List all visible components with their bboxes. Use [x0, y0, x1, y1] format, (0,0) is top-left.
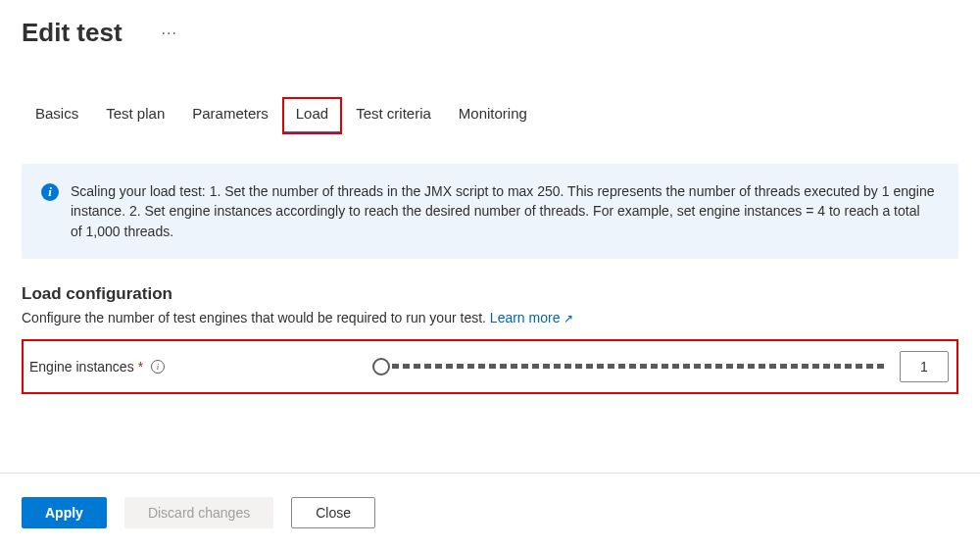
engine-instances-label: Engine instances * i [27, 359, 361, 375]
section-title: Load configuration [22, 284, 958, 304]
footer-divider [0, 473, 980, 474]
tab-parameters[interactable]: Parameters [178, 97, 282, 134]
tab-load[interactable]: Load [282, 97, 342, 134]
help-icon[interactable]: i [151, 360, 165, 374]
info-box: i Scaling your load test: 1. Set the num… [22, 164, 958, 259]
section-description: Configure the number of test engines tha… [22, 310, 958, 325]
slider-thumb-icon[interactable] [372, 358, 390, 375]
learn-more-link[interactable]: Learn more ↗ [490, 310, 573, 325]
tab-test-plan[interactable]: Test plan [92, 97, 178, 134]
slider-track [392, 364, 886, 369]
info-text: Scaling your load test: 1. Set the numbe… [71, 181, 935, 241]
more-icon[interactable]: ··· [162, 25, 177, 42]
tab-test-criteria[interactable]: Test criteria [342, 97, 445, 134]
footer: Apply Discard changes Close [22, 497, 375, 528]
engine-instances-slider[interactable] [372, 357, 886, 376]
external-link-icon: ↗ [564, 312, 573, 325]
section-description-text: Configure the number of test engines tha… [22, 310, 490, 325]
engine-instances-row: Engine instances * i [22, 339, 958, 394]
required-icon: * [138, 359, 143, 375]
tab-basics[interactable]: Basics [22, 97, 92, 134]
tab-monitoring[interactable]: Monitoring [445, 97, 541, 134]
info-icon: i [41, 183, 59, 201]
title-row: Edit test ··· [22, 18, 958, 48]
page-title: Edit test [22, 18, 122, 48]
tabs: Basics Test plan Parameters Load Test cr… [22, 97, 958, 134]
close-button[interactable]: Close [291, 497, 375, 528]
engine-instances-input[interactable] [900, 351, 949, 382]
apply-button[interactable]: Apply [22, 497, 107, 528]
discard-changes-button[interactable]: Discard changes [124, 497, 273, 528]
